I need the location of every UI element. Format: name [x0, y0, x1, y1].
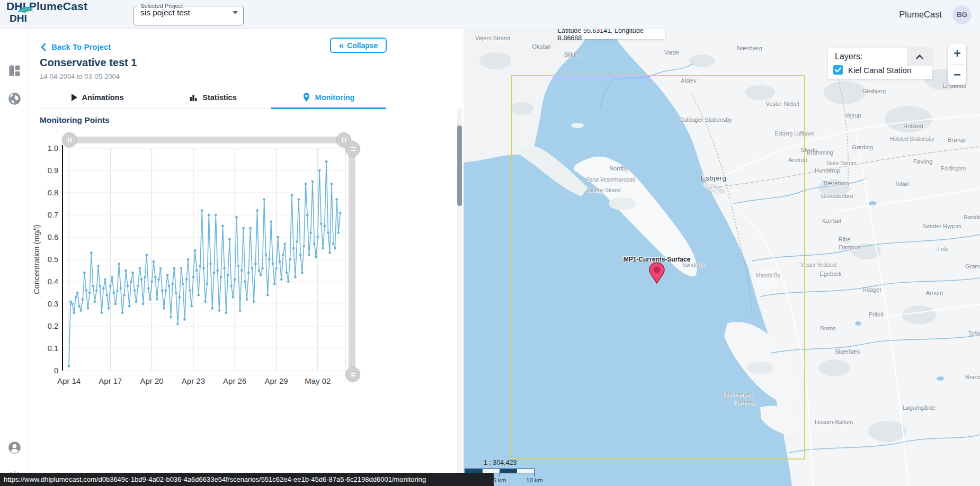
svg-text:Apr 20: Apr 20 — [140, 376, 163, 385]
scale-tick-5km — [500, 473, 500, 476]
chart-data-series — [68, 160, 342, 367]
checkmark-icon — [835, 67, 841, 73]
zoom-out-button[interactable]: − — [948, 65, 966, 85]
back-to-project-label: Back To Project — [51, 42, 111, 51]
map-place-label: Tjæreborg — [823, 180, 850, 186]
dashboard-icon[interactable] — [7, 64, 22, 78]
collapse-panel-button[interactable]: « Collapse — [330, 38, 387, 53]
map-place-label: Lagunebyen — [723, 392, 752, 398]
svg-text:0.4: 0.4 — [48, 277, 58, 286]
map-place-label: Husum-Ballum — [815, 419, 853, 425]
zoom-in-button[interactable]: + — [948, 43, 966, 64]
map-place-label: Andrup — [788, 157, 807, 163]
svg-text:0.2: 0.2 — [48, 322, 58, 330]
map-place-label: Vester Nebel — [766, 101, 799, 107]
map-place-label: Esbjerg — [701, 174, 727, 182]
map-place-label: Alslev — [681, 77, 696, 84]
map-scale-ratio: 1 : 304,423 — [484, 459, 517, 466]
svg-text:0.9: 0.9 — [48, 166, 58, 175]
chart-zoom-handle-left[interactable] — [62, 132, 77, 147]
chart-vzoom-handle-top[interactable] — [345, 141, 360, 156]
bar-chart-icon — [189, 93, 198, 102]
map-place-label: Egebæk — [820, 271, 842, 277]
svg-text:1.0: 1.0 — [48, 144, 58, 152]
map-place-label: Esbjerg Lufthavn — [774, 131, 814, 137]
map-place-label: Rødding — [964, 214, 980, 220]
layer-checkbox-checked[interactable] — [833, 65, 843, 75]
chart-x-axis-ticks: Apr 14Apr 17Apr 20Apr 23Apr 26Apr 29May … — [57, 376, 331, 385]
svg-text:0.8: 0.8 — [48, 188, 58, 197]
monitoring-point-marker[interactable] — [645, 262, 669, 285]
scale-label-5km: 5 km — [493, 477, 506, 483]
layers-collapse-button[interactable] — [907, 48, 932, 66]
layers-panel: Layers: Kiel Canal Station — [828, 48, 932, 79]
app-header: DHI DHI PlumeCast Selected Project sis p… — [0, 0, 980, 29]
svg-text:Apr 29: Apr 29 — [264, 376, 288, 385]
tab-statistics[interactable]: Statistics — [155, 86, 271, 108]
map-place-label: Foldingbro — [941, 166, 966, 172]
map-place-label: Holsted — [903, 123, 923, 129]
panel-scrollbar-thumb[interactable] — [457, 125, 462, 206]
map-place-label: Gram — [965, 263, 980, 269]
concentration-chart[interactable]: 1.00.90.80.70.60.50.40.30.20.10 Apr 14Ap… — [32, 127, 376, 397]
map-place-label: Nordby — [609, 165, 628, 172]
map-place-label: Ribe — [839, 236, 851, 242]
tab-monitoring[interactable]: Monitoring — [271, 86, 386, 108]
svg-text:0.7: 0.7 — [48, 211, 58, 219]
map-place-label: Arnum — [926, 290, 943, 296]
selected-project-dropdown[interactable]: Selected Project sis poject test — [133, 3, 244, 25]
svg-text:0: 0 — [54, 366, 58, 375]
chart-y-axis-ticks: 1.00.90.80.70.60.50.40.30.20.10 — [48, 144, 58, 375]
scale-label-10km: 10 km — [526, 477, 542, 483]
chart-vertical-zoom-scrollbar[interactable] — [349, 140, 355, 377]
avatar[interactable]: BG — [952, 5, 972, 24]
scenario-date-range: 14-04-2004 to 03-05-2004 — [40, 73, 120, 80]
svg-text:Apr 23: Apr 23 — [182, 376, 205, 385]
chart-horizontal-zoom-scrollbar[interactable] — [63, 137, 345, 143]
scenario-panel: Back To Project « Collapse Conservative … — [29, 29, 464, 486]
tab-animations[interactable]: Animations — [40, 86, 155, 108]
layer-name: Kiel Canal Station — [848, 66, 911, 75]
map-place-label: Vejrup — [844, 112, 861, 119]
map-place-label: Fole — [937, 246, 948, 252]
left-icon-rail — [0, 29, 29, 486]
dhi-logo: DHI — [8, 4, 36, 24]
map-place-label: Føvling — [913, 158, 932, 165]
collapse-label: Collapse — [347, 41, 378, 50]
monitoring-points-heading: Monitoring Points — [40, 115, 110, 125]
map-place-label: Guldager Stationsby — [679, 116, 732, 123]
globe-icon[interactable] — [7, 92, 22, 106]
map-place-label: Frifelt — [869, 311, 884, 318]
map-place-label: Vejers Strand — [475, 35, 510, 41]
map-place-label: Hunderup — [815, 167, 840, 174]
map-place-label: Toftlund — [968, 330, 980, 337]
map-place-label: Tobøl — [895, 181, 909, 187]
tab-statistics-label: Statistics — [202, 93, 236, 102]
map-place-label: Havneby — [734, 400, 755, 406]
map-place-label: Brørup — [948, 137, 966, 143]
layer-item: Kiel Canal Station — [833, 65, 911, 75]
coordinates-readout: Latitude 55.63141, Longitude 8.86688 — [558, 29, 665, 39]
map-place-label: Brøns — [820, 325, 835, 331]
back-to-project-link[interactable]: Back To Project — [41, 42, 111, 51]
map-place-label: Mandø By — [756, 273, 780, 278]
layers-title: Layers: — [835, 52, 862, 61]
selected-project-value: sis poject test — [140, 8, 190, 17]
svg-text:DHI: DHI — [10, 13, 27, 24]
map-zoom-control: + − — [948, 43, 966, 85]
scenario-tabs: Animations Statistics Monitoring — [40, 86, 386, 109]
chart-y-axis-title: Concentration (mg/l) — [32, 224, 41, 294]
map-canvas[interactable]: Vejers StrandOksbølBillumVardeNæsbjergAl… — [464, 29, 980, 486]
svg-text:0.6: 0.6 — [48, 233, 58, 241]
map-place-label: Næsbjerg — [737, 45, 762, 51]
map-place-label: Store Darum — [826, 160, 857, 166]
svg-text:0.3: 0.3 — [48, 300, 58, 308]
chart-vzoom-handle-bottom[interactable] — [345, 367, 360, 382]
account-menu-label[interactable]: PlumeCast — [899, 10, 942, 20]
map-place-label: Branderup — [965, 374, 980, 380]
map-place-label: Roager — [862, 286, 881, 293]
map-place-label: Billum — [564, 51, 580, 58]
chevron-down-icon[interactable] — [233, 11, 238, 14]
svg-text:Apr 26: Apr 26 — [223, 376, 246, 385]
account-icon[interactable] — [7, 440, 22, 455]
